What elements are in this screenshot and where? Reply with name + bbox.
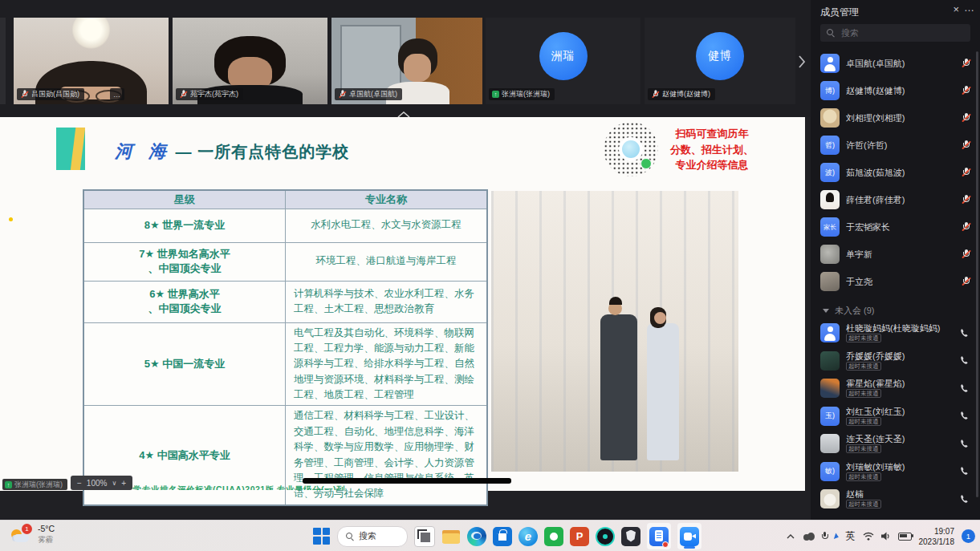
call-phone-icon[interactable] <box>960 439 970 449</box>
green-bag-app-icon[interactable] <box>544 527 563 546</box>
cloud-sync-icon[interactable] <box>802 533 815 541</box>
video-tile-4[interactable]: 洲瑞 ↑ 张洲瑞(张洲瑞) <box>486 18 640 104</box>
participant-row-not-joined[interactable]: 连天圣(连天圣) 超时未接通 <box>811 430 980 458</box>
mic-muted-icon[interactable] <box>962 277 970 287</box>
participant-row[interactable]: 波) 茹旭波(茹旭波) <box>811 159 980 186</box>
edge-browser-icon[interactable] <box>467 527 486 546</box>
system-tray: 英 19:07 2023/1/18 1 <box>787 521 976 551</box>
participant-row[interactable]: 哲) 许哲(许哲) <box>811 132 980 159</box>
wifi-icon[interactable] <box>863 532 874 541</box>
not-joined-section-header[interactable]: 未入会 (9) <box>811 302 980 319</box>
call-phone-icon[interactable] <box>960 383 970 394</box>
participant-name: 卓国航(卓国航) <box>349 89 397 99</box>
mic-muted-icon <box>180 90 187 98</box>
hidden-icons-chevron-icon[interactable] <box>787 534 795 539</box>
section-collapse-triangle-icon <box>823 309 829 313</box>
microsoft-store-icon[interactable] <box>493 527 512 546</box>
start-button[interactable] <box>313 528 331 545</box>
avatar-photo <box>820 434 840 453</box>
internet-explorer-icon[interactable]: e <box>518 527 538 546</box>
zoom-out-button[interactable]: − <box>77 479 82 488</box>
blue-docs-app-active[interactable] <box>647 523 671 549</box>
black-scroll-bar[interactable] <box>303 478 511 484</box>
majors-table: 星级 专业名称 8★ 世界一流专业 水利水电工程、水文与水资源工程 7★ 世界知… <box>83 189 488 506</box>
avatar-photo <box>820 351 840 371</box>
collapse-strip-chevron-icon[interactable] <box>397 107 412 115</box>
meeting-app-active[interactable] <box>677 523 701 549</box>
mic-muted-icon[interactable] <box>962 86 970 96</box>
zoom-level[interactable]: 100% <box>87 479 108 488</box>
participant-row[interactable]: 单宇新 <box>811 241 980 268</box>
strip-next-arrow[interactable] <box>796 50 807 74</box>
sidebar-scrollbar[interactable] <box>976 51 978 497</box>
call-phone-icon[interactable] <box>960 355 970 366</box>
call-phone-icon[interactable] <box>960 328 970 338</box>
powerpoint-icon[interactable]: P <box>570 527 589 546</box>
search-icon <box>827 29 835 37</box>
mic-muted-icon[interactable] <box>962 222 970 233</box>
active-app-underline <box>684 546 695 549</box>
weather-widget[interactable]: 1 -5°C 雾霾 <box>10 524 55 545</box>
participant-row[interactable]: 博) 赵健博(赵健博) <box>811 77 980 104</box>
participant-row[interactable]: 薛佳君(薛佳君) <box>811 186 980 213</box>
participant-row[interactable]: 家长 于宏韬家长 <box>811 213 980 241</box>
file-explorer-icon[interactable] <box>441 527 461 546</box>
mic-muted-icon <box>21 90 28 98</box>
participant-row[interactable]: 刘相理(刘相理) <box>811 104 980 132</box>
participant-name: 于立尧 <box>846 276 955 288</box>
table-header-level: 星级 <box>83 190 286 209</box>
qr-logo-dot <box>640 158 652 169</box>
microphone-tray-icon[interactable] <box>822 532 828 541</box>
dark-circle-app-icon[interactable] <box>596 527 615 546</box>
weather-badge: 1 <box>22 524 32 534</box>
search-input[interactable] <box>840 27 964 38</box>
task-view-icon[interactable] <box>414 526 435 547</box>
search-box[interactable] <box>820 24 970 42</box>
call-phone-icon[interactable] <box>960 411 970 421</box>
mic-muted-icon[interactable] <box>962 140 970 151</box>
timeout-badge: 超时未接通 <box>846 334 881 342</box>
battery-icon[interactable] <box>898 533 912 541</box>
tile-name-label: 卓国航(卓国航) <box>335 88 402 100</box>
participant-row[interactable]: 于立尧 <box>811 268 980 295</box>
participant-row-not-joined[interactable]: 玉) 刘红玉(刘红玉) 超时未接通 <box>811 403 980 431</box>
mic-muted-icon[interactable] <box>962 249 970 260</box>
participant-row-not-joined[interactable]: 霍星焰(霍星焰) 超时未接通 <box>811 375 980 403</box>
table-row: 6★ 世界高水平 、中国顶尖专业 计算机科学与技术、农业水利工程、水务工程、土木… <box>83 281 487 322</box>
participant-row[interactable]: 卓国航(卓国航) <box>811 50 980 77</box>
mic-muted-icon[interactable] <box>962 195 970 205</box>
call-phone-icon[interactable] <box>960 494 970 504</box>
meeting-app-icon[interactable] <box>680 527 699 546</box>
tile-more-button[interactable]: … <box>110 88 124 100</box>
ime-language-indicator[interactable]: 英 <box>846 529 856 543</box>
mic-muted-icon[interactable] <box>962 113 970 124</box>
zoom-caret-icon[interactable]: ∨ <box>112 480 116 487</box>
participant-row-not-joined[interactable]: 敏) 刘瑞敏(刘瑞敏) 超时未接通 <box>811 458 980 486</box>
shared-screen: 河 海 — 一所有点特色的学校 扫码可查询历年 分数、招生计划、 专业介绍等信息… <box>0 117 805 491</box>
close-icon[interactable]: × <box>953 3 959 15</box>
qr-caption: 扫码可查询历年 分数、招生计划、 专业介绍等信息 <box>665 126 759 173</box>
location-arrow-icon[interactable] <box>833 533 839 540</box>
pointer-dot <box>9 217 13 221</box>
video-tile-3[interactable]: 卓国航(卓国航) <box>331 18 482 104</box>
zoom-controls: − 100% ∨ + <box>71 476 132 490</box>
call-phone-icon[interactable] <box>960 466 970 476</box>
participant-row-not-joined[interactable]: 杜晓璇妈妈(杜晓璇妈妈) 超时未接通 <box>811 319 980 347</box>
mic-muted-icon[interactable] <box>962 59 970 69</box>
video-tile-2[interactable]: 苑宇杰(苑宇杰) <box>173 18 327 104</box>
video-tile-5[interactable]: 健博 赵健博(赵健博) <box>645 18 795 104</box>
participant-row-not-joined[interactable]: 赵楠 超时未接通 <box>811 485 980 513</box>
video-tile-1[interactable]: 吕国勋(吕国勋) … <box>14 18 169 104</box>
zoom-in-button[interactable]: + <box>121 479 126 488</box>
weather-condition: 雾霾 <box>38 535 55 544</box>
slide-photo-students <box>491 191 738 472</box>
shield-app-icon[interactable] <box>621 527 640 546</box>
avatar: 哲) <box>820 136 840 155</box>
speaker-icon[interactable] <box>881 532 891 541</box>
clock[interactable]: 19:07 2023/1/18 <box>919 526 955 547</box>
taskbar-search[interactable]: 搜索 <box>337 526 408 547</box>
notification-count-badge[interactable]: 1 <box>962 529 975 543</box>
participant-row-not-joined[interactable]: 乔媛媛(乔媛媛) 超时未接通 <box>811 347 980 375</box>
mic-muted-icon[interactable] <box>962 168 970 178</box>
more-options-icon[interactable]: … <box>964 2 975 14</box>
